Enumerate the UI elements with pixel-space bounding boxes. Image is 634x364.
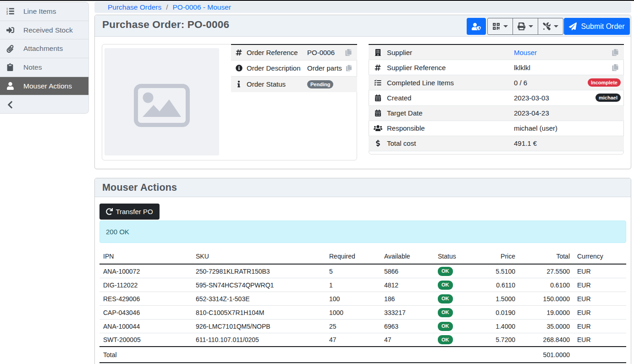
svg-text:3: 3 — [6, 12, 8, 15]
